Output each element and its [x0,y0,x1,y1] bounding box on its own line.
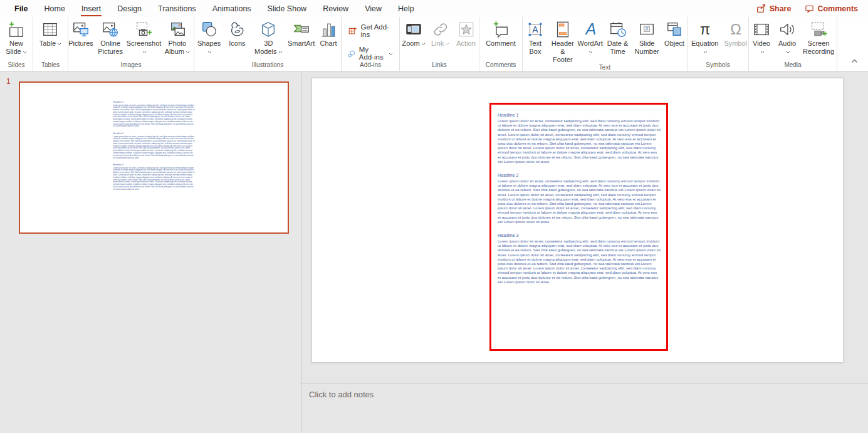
video-button[interactable]: Video [749,19,774,56]
ribbon-group-text: A Text Box Header & Footer A WordArt Dat… [523,17,688,71]
tab-slide-show[interactable]: Slide Show [259,0,315,17]
screenshot-button[interactable]: Screenshot [127,19,160,56]
slide-textbox[interactable]: Headline 1 Lorem ipsum dolor sit amet, c… [489,103,668,351]
pictures-icon [71,20,90,39]
thumb-heading: Headline 2 [113,132,194,135]
tab-animations[interactable]: Animations [204,0,259,17]
ribbon-group-links: Zoom Link Action Links [400,17,479,71]
3d-models-button[interactable]: 3D Models [250,19,286,56]
button-label: Date & Time [607,39,629,55]
dropdown-chevron-icon [421,39,426,48]
link-button: Link [428,19,453,48]
button-label: Shapes [197,39,221,47]
dropdown-chevron-icon [207,48,212,56]
workspace: 1 Headline 1 Lorem ipsum dolor sit amet,… [0,72,868,433]
group-name-comments: Comments [479,61,522,71]
button-label: Text Box [529,39,541,55]
dropdown-chevron-icon [23,48,27,56]
screenshot-icon [134,20,153,39]
action-button: Action [454,19,479,48]
group-name-add-ins: Add-ins [342,61,399,71]
audio-button[interactable]: Audio [775,19,800,56]
button-label: Get Add-ins [361,23,393,38]
button-label: Symbol [724,39,747,47]
slide-number-button[interactable]: # Slide Number [632,19,661,56]
zoom-button[interactable]: Zoom [400,19,427,48]
tab-home[interactable]: Home [36,0,73,17]
tab-transitions[interactable]: Transitions [150,0,204,17]
thumbnail-content: Headline 1 Lorem ipsum dolor sit amet, c… [20,83,286,232]
dropdown-chevron-icon [760,48,765,56]
group-name-media: Media [749,61,837,71]
object-button[interactable]: Object [662,19,687,48]
share-button[interactable]: Share [756,3,792,14]
icons-icon [227,20,246,39]
share-icon [756,3,766,14]
dropdown-chevron-icon [186,48,190,56]
slide-number: 1 [6,77,11,86]
get-add-ins-button[interactable]: Get Add-ins [348,23,393,38]
date-time-button[interactable]: Date & Time [604,19,632,56]
tab-file[interactable]: File [6,0,36,17]
button-label: Chart [320,39,337,47]
header-footer-button[interactable]: Header & Footer [548,19,577,64]
my-add-ins-button[interactable]: My Add-ins [348,46,393,61]
svg-text:A: A [584,20,596,38]
icons-button[interactable]: Icons [224,19,249,48]
header-footer-icon [553,20,572,39]
collapse-ribbon-icon[interactable] [851,55,858,66]
text-box-button[interactable]: A Text Box [523,19,548,56]
comments-button[interactable]: Comments [805,4,858,13]
slide-section-heading: Headline 2 [498,172,661,178]
tab-view[interactable]: View [357,0,390,17]
slide-thumbnail[interactable]: Headline 1 Lorem ipsum dolor sit amet, c… [19,81,289,234]
zoom-icon [404,20,423,39]
tab-insert[interactable]: Insert [73,0,109,17]
button-label: Slide Number [635,39,659,55]
comments-icon [805,4,814,13]
button-label: Equation [691,39,718,47]
thumb-section: Headline 2 Lorem ipsum dolor sit amet, c… [113,132,194,159]
tab-design[interactable]: Design [109,0,150,17]
thumb-section: Headline 1 Lorem ipsum dolor sit amet, c… [113,100,194,127]
button-label: Photo Album [165,39,186,55]
action-icon [457,20,476,39]
group-name-illustrations: Illustrations [194,61,341,71]
ribbon-group-tables: Table Tables [33,17,68,71]
new-slide-icon [7,20,26,39]
online-pictures-button[interactable]: Online Pictures [94,19,127,56]
ribbon-group-slides: New Slide Slides [0,17,33,71]
new-slide-button[interactable]: New Slide [0,19,33,56]
tab-help[interactable]: Help [390,0,422,17]
chart-button[interactable]: Chart [316,19,341,48]
wordart-button[interactable]: A WordArt [578,19,603,56]
text-box-icon: A [526,20,545,39]
date-time-icon [609,20,627,39]
thumb-body: Lorem ipsum dolor sit amet, consetetur s… [113,167,194,190]
menu-tabs: File Home Insert Design Transitions Anim… [0,0,422,17]
screen-recording-button[interactable]: Screen Recording [800,19,837,56]
slide-section-body: Lorem ipsum dolor sit amet, consetetur s… [498,179,661,224]
shapes-button[interactable]: Shapes [194,19,224,56]
slide-canvas[interactable]: Headline 1 Lorem ipsum dolor sit amet, c… [311,78,844,363]
slide-section: Headline 3 Lorem ipsum dolor sit amet, c… [498,232,661,284]
svg-text:π: π [700,21,710,38]
dropdown-chevron-icon [389,50,393,57]
comment-button[interactable]: Comment [484,19,518,48]
button-label: New Slide [6,39,23,55]
button-label: Screen Recording [803,39,834,55]
table-button[interactable]: Table [38,19,63,48]
tab-review[interactable]: Review [315,0,357,17]
dropdown-chevron-icon [278,48,283,56]
button-label: Comment [486,39,516,47]
svg-text:#: # [646,26,649,32]
pictures-button[interactable]: Pictures [68,19,93,48]
button-label: SmartArt [288,39,315,47]
smartart-button[interactable]: SmartArt [287,19,315,48]
notes-panel[interactable]: Click to add notes [301,383,868,433]
3d-models-icon [259,20,278,39]
ribbon-tail [837,17,868,71]
dropdown-chevron-icon [588,48,593,56]
photo-album-button[interactable]: Photo Album [161,19,194,56]
equation-button[interactable]: π Equation [688,19,722,56]
